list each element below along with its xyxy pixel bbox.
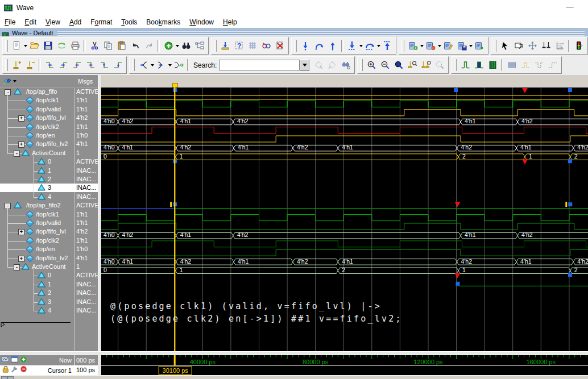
menu-format[interactable]: Format (86, 17, 117, 27)
cursor-add-button[interactable] (10, 59, 23, 72)
tree-row-4-12[interactable]: 4INAC... (0, 193, 98, 201)
step-out-button[interactable] (326, 39, 339, 53)
print-button[interactable] (68, 39, 82, 53)
step-over-button[interactable] (312, 39, 326, 53)
move-wave-button[interactable] (525, 39, 539, 53)
bottom-scroll-strip[interactable] (0, 375, 588, 379)
pulse-med-button[interactable] (472, 59, 486, 72)
bl-lock-icon[interactable] (1, 365, 10, 376)
zoom-box-button[interactable] (512, 39, 525, 53)
timeline-cursor-line[interactable] (174, 355, 176, 365)
signal-name[interactable]: /top/fifo_lv2 (36, 255, 68, 261)
expand-icon[interactable]: + (18, 256, 24, 262)
tree-row--top-fifo-lv2-6[interactable]: +/top/fifo_lv24'h1 (0, 140, 98, 148)
scroll-corner-chip-1[interactable] (1, 376, 7, 379)
traffic-light-button[interactable] (572, 39, 586, 53)
bl-wrench-icon[interactable] (10, 365, 19, 376)
menu-edit[interactable]: Edit (20, 17, 41, 27)
toolbar-grip[interactable] (494, 40, 496, 52)
minimize-button[interactable]: — (564, 2, 575, 11)
toolbar-grip[interactable] (132, 59, 135, 71)
toolbar-grip[interactable] (454, 59, 457, 71)
signal-name[interactable]: 2 (48, 289, 51, 296)
signal-name[interactable]: 2 (48, 176, 51, 182)
select-arrow-button[interactable] (498, 39, 512, 53)
signal-name[interactable]: /top/valid (36, 106, 61, 113)
toolbar-grip[interactable] (214, 40, 217, 52)
wave-header-strip[interactable] (101, 75, 588, 88)
toolbar-grip[interactable] (294, 40, 297, 52)
waveform-canvas[interactable]: 4'h04'h24'h14'h24'h14'h24'h04'h14'h24'h1… (101, 88, 588, 351)
pulse-large-button[interactable] (486, 59, 499, 72)
signal-name[interactable]: 4 (48, 307, 51, 314)
expand-icon[interactable]: + (18, 229, 24, 235)
two-cursors-button[interactable] (539, 39, 553, 53)
search-dropdown-button[interactable] (300, 59, 309, 71)
toolbar-grip[interactable] (5, 40, 8, 52)
signal-name[interactable]: /top/en (36, 132, 55, 139)
tree-row-2-10[interactable]: 2INAC... (0, 175, 98, 184)
signal-name[interactable]: /top/clk1 (36, 211, 59, 218)
bl-add-icon[interactable] (19, 355, 28, 366)
paste-button[interactable] (115, 39, 129, 53)
add-circle-button[interactable] (162, 39, 175, 53)
cursor-del-button[interactable] (23, 59, 37, 72)
wave-save-button[interactable] (455, 39, 469, 53)
tree-row-4-25[interactable]: 4INAC... (0, 306, 98, 315)
expand-icon[interactable]: + (18, 115, 24, 122)
wave-minus-button[interactable] (424, 39, 437, 53)
menu-tools[interactable]: Tools (117, 17, 142, 27)
zoom-out-button[interactable] (378, 59, 392, 72)
tree-row--top-en-5[interactable]: /top/en1'h0 (0, 131, 98, 140)
config-cursors-button[interactable] (553, 39, 566, 53)
signal-name[interactable]: 3 (48, 184, 51, 191)
signal-name[interactable]: /top/fifo_lvl (36, 228, 66, 235)
signal-name[interactable]: ActiveCount (32, 263, 65, 270)
sim-question-button[interactable]: ? (232, 39, 246, 53)
menu-view[interactable]: View (41, 17, 65, 27)
tree-row-0-8[interactable]: 0ACTIVE (0, 157, 98, 166)
collapse-in-button[interactable] (136, 59, 150, 72)
tree-row--top-clk2-17[interactable]: /top/clk21'h1 (0, 236, 98, 245)
signal-name[interactable]: 0 (48, 272, 51, 278)
tree-row--top-fifo-lvl-3[interactable]: +/top/fifo_lvl4'h2 (0, 114, 98, 122)
bl-window-icon[interactable] (10, 355, 19, 366)
tree-items-button[interactable] (193, 39, 206, 53)
zoom-full-button[interactable] (392, 59, 405, 72)
signal-name[interactable]: /top/clk2 (36, 123, 59, 130)
zoom-range-button[interactable] (419, 59, 433, 72)
signal-name[interactable]: /top/en (36, 245, 55, 252)
signal-name[interactable]: /top/valid (36, 219, 61, 226)
sim-stop-button[interactable] (273, 39, 287, 53)
wave-export-button[interactable] (473, 39, 486, 53)
tree-row--top-valid-15[interactable]: /top/valid1'h1 (0, 219, 98, 227)
pathname-panel-icon[interactable] (2, 77, 16, 85)
toolbar-grip[interactable] (5, 59, 8, 71)
sim-restart-button[interactable] (218, 39, 232, 53)
cursor-1-label[interactable]: Cursor 1 (48, 367, 72, 374)
signal-force-button[interactable] (172, 59, 185, 72)
signal-name[interactable]: 1 (48, 167, 51, 174)
zoom-cursor-button[interactable] (405, 59, 419, 72)
edge-prev-button[interactable] (43, 59, 56, 72)
tree-row--top-clk1-14[interactable]: /top/clk11'h1 (0, 210, 98, 219)
expand-out-button[interactable] (154, 59, 168, 72)
tree-row--top-ap-fifo-0[interactable]: -/top/ap_fifoACTIVE (0, 88, 98, 96)
wave-cursor-line[interactable] (174, 88, 175, 351)
pat-clip1-button[interactable] (519, 59, 532, 72)
tree-row-1-9[interactable]: 1INAC... (0, 166, 98, 175)
signal-name[interactable]: /top/ap_fifo2 (26, 202, 61, 209)
refresh-button[interactable] (55, 39, 68, 53)
cut-button[interactable] (88, 39, 101, 53)
bl-time-icon[interactable] (1, 355, 10, 366)
run-down-button[interactable] (345, 39, 359, 53)
new-doc-button[interactable] (10, 39, 23, 53)
tree-row--top-clk2-4[interactable]: /top/clk21'h1 (0, 123, 98, 131)
tree-row--top-fifo-lvl-16[interactable]: +/top/fifo_lvl4'h2 (0, 227, 98, 236)
signal-name[interactable]: /top/fifo_lv2 (36, 140, 68, 147)
undo-button[interactable] (129, 39, 142, 53)
copy-button[interactable] (101, 39, 115, 53)
timeline[interactable]: 40000 ps80000 ps120000 ps160000 ps30100 … (101, 355, 588, 375)
sim-grid-button[interactable] (246, 39, 259, 53)
pat-clip3-button[interactable] (546, 59, 560, 72)
